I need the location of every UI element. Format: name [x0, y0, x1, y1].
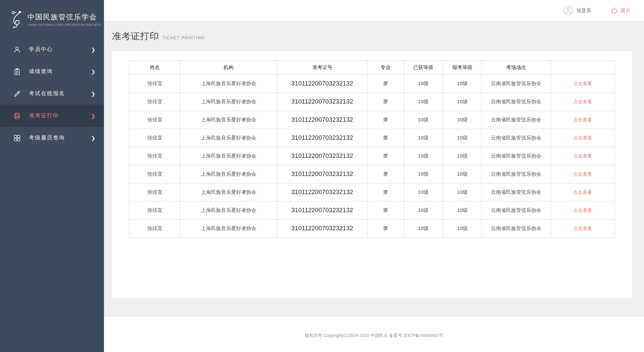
- cell-name: 张佳宜: [129, 111, 180, 129]
- printer-icon: [13, 112, 21, 120]
- sidebar-item-score-query[interactable]: 成绩查询 ❯: [0, 61, 104, 83]
- cell-name: 张佳宜: [129, 147, 180, 165]
- chevron-right-icon: ❯: [91, 135, 95, 141]
- page-subtitle: TICKET PRINTING: [162, 35, 205, 40]
- view-ticket-link[interactable]: 点击查看: [573, 99, 592, 104]
- cell-ticket-no: 310112200703232132: [277, 183, 368, 201]
- sidebar-item-online-registration[interactable]: 考试在线报名 ❯: [0, 83, 104, 105]
- col-header-action: [550, 61, 614, 75]
- chevron-right-icon: ❯: [91, 69, 95, 75]
- cell-org: 上海民族音乐爱好者协会: [180, 75, 277, 93]
- cell-major: 箫: [368, 183, 404, 201]
- cell-name: 张佳宜: [129, 220, 180, 238]
- cell-major: 箫: [368, 129, 404, 147]
- cell-ticket-no: 310112200703232132: [277, 220, 368, 238]
- cell-obtained-level: 10级: [404, 93, 443, 111]
- main-area: 张亚东 退出 准考证打印 TICKET PRINTING 姓名: [104, 0, 644, 352]
- cell-apply-level: 10级: [443, 220, 482, 238]
- view-ticket-link[interactable]: 点击查看: [573, 117, 592, 122]
- grid-icon: [13, 134, 21, 142]
- view-ticket-link[interactable]: 点击查看: [573, 208, 592, 213]
- user-chip: 张亚东: [564, 6, 591, 15]
- cell-org: 上海民族音乐爱好者协会: [180, 165, 277, 183]
- table-row: 张佳宜 上海民族音乐爱好者协会 310112200703232132 箫 10级…: [129, 220, 615, 238]
- cell-venue: 云南省民族管弦乐协会: [482, 75, 550, 93]
- sidebar-item-student-center[interactable]: 学员中心 ❯: [0, 39, 104, 61]
- cell-obtained-level: 10级: [404, 201, 443, 220]
- sidebar-item-label: 考试在线报名: [29, 90, 65, 97]
- col-header-apply-level: 报考等级: [443, 61, 482, 75]
- username: 张亚东: [576, 7, 591, 14]
- ticket-table-body: 张佳宜 上海民族音乐爱好者协会 310112200703232132 箫 10级…: [129, 75, 615, 238]
- view-ticket-link[interactable]: 点击查看: [573, 171, 592, 177]
- cell-venue: 云南省民族管弦乐协会: [482, 183, 550, 201]
- col-header-org: 机构: [180, 61, 277, 75]
- table-header-row: 姓名 机构 准考证号 专业 已获等级 报考等级 考场场次: [129, 61, 615, 75]
- ticket-table-card: 姓名 机构 准考证号 专业 已获等级 报考等级 考场场次 张佳宜 上海民族音乐爱…: [112, 51, 632, 298]
- cell-apply-level: 10级: [443, 75, 482, 93]
- cell-name: 张佳宜: [129, 201, 180, 220]
- brand-logo: 中国民族管弦乐学会 CHINA NATIONALITIES ORCHESTRA …: [0, 0, 104, 38]
- copyright-text: 版权所有 Copyright(C)2014-2015 中国民乐 备案号:京ICP…: [305, 333, 443, 339]
- sidebar-item-label: 准考证打印: [29, 112, 59, 119]
- sidebar-item-label: 学员中心: [29, 46, 53, 53]
- logout-label: 退出: [621, 7, 631, 14]
- cell-venue: 云南省民族管弦乐协会: [482, 147, 550, 165]
- cell-venue: 云南省民族管弦乐协会: [482, 201, 550, 220]
- page-title-text: 准考证打印: [112, 30, 159, 42]
- view-ticket-link[interactable]: 点击查看: [573, 226, 592, 231]
- table-row: 张佳宜 上海民族音乐爱好者协会 310112200703232132 箫 10级…: [129, 111, 615, 129]
- power-icon: [611, 7, 618, 14]
- col-header-name: 姓名: [129, 61, 180, 75]
- cell-ticket-no: 310112200703232132: [277, 201, 368, 220]
- sidebar-item-label: 成绩查询: [29, 68, 53, 75]
- view-ticket-link[interactable]: 点击查看: [573, 135, 592, 140]
- sidebar-item-label: 考级履历查询: [29, 134, 65, 141]
- cell-org: 上海民族音乐爱好者协会: [180, 111, 277, 129]
- cell-venue: 云南省民族管弦乐协会: [482, 93, 550, 111]
- cell-major: 箫: [368, 93, 404, 111]
- cell-obtained-level: 10级: [404, 129, 443, 147]
- cell-apply-level: 10级: [443, 201, 482, 220]
- page-title: 准考证打印 TICKET PRINTING: [112, 30, 644, 42]
- cell-org: 上海民族音乐爱好者协会: [180, 201, 277, 220]
- cell-obtained-level: 10级: [404, 147, 443, 165]
- avatar-icon: [564, 6, 573, 15]
- view-ticket-link[interactable]: 点击查看: [573, 81, 592, 86]
- view-ticket-link[interactable]: 点击查看: [573, 189, 592, 195]
- cell-venue: 云南省民族管弦乐协会: [482, 220, 550, 238]
- cell-obtained-level: 10级: [404, 183, 443, 201]
- cell-ticket-no: 310112200703232132: [277, 93, 368, 111]
- cell-obtained-level: 10级: [404, 75, 443, 93]
- footer: 版权所有 Copyright(C)2014-2015 中国民乐 备案号:京ICP…: [104, 317, 644, 352]
- clipboard-icon: [13, 67, 21, 76]
- cell-obtained-level: 10级: [404, 220, 443, 238]
- sidebar-item-grade-history[interactable]: 考级履历查询 ❯: [0, 127, 104, 149]
- pencil-icon: [13, 90, 21, 98]
- cell-org: 上海民族音乐爱好者协会: [180, 129, 277, 147]
- table-row: 张佳宜 上海民族音乐爱好者协会 310112200703232132 箫 10级…: [129, 201, 615, 220]
- cell-name: 张佳宜: [129, 183, 180, 201]
- cell-ticket-no: 310112200703232132: [277, 129, 368, 147]
- cell-major: 箫: [368, 147, 404, 165]
- col-header-ticket-no: 准考证号: [277, 61, 368, 75]
- view-ticket-link[interactable]: 点击查看: [573, 153, 592, 159]
- table-row: 张佳宜 上海民族音乐爱好者协会 310112200703232132 箫 10级…: [129, 147, 615, 165]
- chevron-right-icon: ❯: [91, 91, 95, 97]
- cell-org: 上海民族音乐爱好者协会: [180, 147, 277, 165]
- cell-name: 张佳宜: [129, 129, 180, 147]
- cell-ticket-no: 310112200703232132: [277, 165, 368, 183]
- cell-major: 箫: [368, 220, 404, 238]
- cell-org: 上海民族音乐爱好者协会: [180, 93, 277, 111]
- cell-name: 张佳宜: [129, 165, 180, 183]
- cell-apply-level: 10级: [443, 111, 482, 129]
- sidebar-item-ticket-printing[interactable]: 准考证打印 ❯: [0, 105, 104, 127]
- cell-venue: 云南省民族管弦乐协会: [482, 129, 550, 147]
- col-header-venue: 考场场次: [482, 61, 550, 75]
- col-header-major: 专业: [368, 61, 404, 75]
- sidebar: 中国民族管弦乐学会 CHINA NATIONALITIES ORCHESTRA …: [0, 0, 104, 352]
- chevron-right-icon: ❯: [91, 47, 95, 53]
- logout-button[interactable]: 退出: [611, 7, 631, 14]
- table-row: 张佳宜 上海民族音乐爱好者协会 310112200703232132 箫 10级…: [129, 129, 615, 147]
- cell-org: 上海民族音乐爱好者协会: [180, 220, 277, 238]
